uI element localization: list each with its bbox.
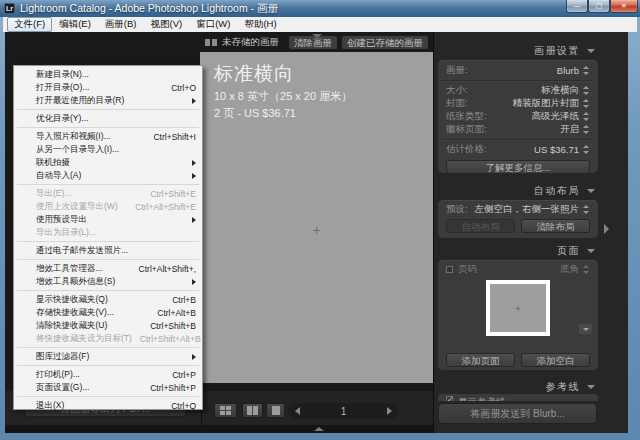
menu-item-shortcut: Ctrl+Alt+Shift+E	[127, 202, 196, 212]
auto-layout-header-label: 自动布局	[534, 184, 580, 198]
menu-item-shortcut: Ctrl+Q	[163, 401, 196, 411]
preset-value[interactable]: 左侧空白，右侧一张照片	[468, 203, 579, 216]
menu-item[interactable]: 打开目录(O)...Ctrl+O	[14, 81, 202, 94]
menu-item[interactable]: 存储快捷收藏夹(V)...Ctrl+Alt+B	[14, 306, 202, 319]
menu-item[interactable]: 将快捷收藏夹设为目标(T)Ctrl+Shift+Alt+B	[14, 332, 202, 345]
preset-label: 预设:	[446, 203, 468, 216]
add-photo-plus-icon[interactable]: +	[200, 222, 433, 238]
bottom-panel-reveal-icon[interactable]	[314, 427, 324, 431]
menu-item[interactable]: 显示快捷收藏夹(Q)Ctrl+B	[14, 293, 202, 306]
menu-item[interactable]: 导出(E)...Ctrl+Shift+E	[14, 187, 202, 200]
menu-item[interactable]: 使用预设导出	[14, 213, 202, 226]
menu-item[interactable]: 通过电子邮件发送照片...	[14, 244, 202, 257]
spread-view-button[interactable]	[242, 403, 263, 418]
menu-item[interactable]: 导出为目录(L)...	[14, 226, 202, 239]
clear-layout-button[interactable]: 清除布局	[521, 219, 590, 233]
updown-icon	[583, 86, 590, 95]
settings-value[interactable]: 高级光泽纸	[487, 110, 579, 123]
menu-item-label: 页面设置(G)...	[36, 381, 89, 394]
show-guides-label: 显示参考线	[458, 396, 506, 401]
menu-item[interactable]: 清除快捷收藏夹(U)Ctrl+Shift+B	[14, 319, 202, 332]
maximize-button[interactable]: ▢	[588, 0, 610, 13]
settings-row: 估计价格:US $36.71	[446, 143, 590, 156]
menu-item-label: 打开最近使用的目录(R)	[36, 94, 124, 107]
guides-header[interactable]: 参考线	[438, 380, 598, 393]
settings-row: 封面:精装版图片封面	[446, 97, 590, 110]
settings-value[interactable]: 精装版图片封面	[468, 97, 579, 110]
add-page-button[interactable]: 添加页面	[446, 353, 515, 367]
menu-item[interactable]: 打印机(P)...Ctrl+P	[14, 368, 202, 381]
menu-item[interactable]: 联机拍摄	[14, 156, 202, 169]
menu-item-shortcut: Ctrl+O	[163, 83, 196, 93]
two-page-spread-icon	[247, 406, 258, 415]
menu-item[interactable]: 页面设置(G)...Ctrl+Shift+P	[14, 381, 202, 394]
auto-layout-header[interactable]: 自动布局	[438, 184, 598, 197]
top-panel-reveal-icon[interactable]	[312, 34, 322, 38]
collapse-triangle-icon	[587, 385, 595, 389]
settings-value[interactable]: 开启	[487, 123, 579, 136]
menu-item-shortcut: Ctrl+Shift+B	[142, 321, 196, 331]
page-section-header[interactable]: 页面	[438, 244, 598, 257]
menubar-item[interactable]: 帮助(H)	[237, 17, 283, 32]
multi-page-view-button[interactable]	[214, 403, 237, 418]
menu-item[interactable]: 增效工具管理器...Ctrl+Alt+Shift+,	[14, 262, 202, 275]
submenu-arrow-icon	[188, 97, 196, 105]
menubar-item[interactable]: 编辑(E)	[52, 17, 98, 32]
menu-item-label: 退出(X)	[36, 399, 64, 412]
settings-label: 大小:	[446, 84, 468, 97]
menubar-item[interactable]: 画册(B)	[98, 17, 144, 32]
settings-label: 纸张类型:	[446, 110, 487, 123]
settings-value[interactable]: US $36.71	[487, 144, 579, 155]
learn-more-button[interactable]: 了解更多信息...	[446, 160, 590, 174]
menu-item[interactable]: 退出(X)Ctrl+Q	[14, 399, 202, 412]
page-number-position-value[interactable]: 底角	[477, 263, 579, 276]
menu-item[interactable]: 新建目录(N)...	[14, 68, 202, 81]
add-blank-button[interactable]: 添加空白	[521, 353, 590, 367]
submenu-arrow-icon	[188, 172, 196, 180]
settings-row: 画册:Blurb	[446, 64, 590, 77]
menu-item[interactable]: 图库过滤器(F)	[14, 350, 202, 363]
menu-item[interactable]: 使用上次设置导出(W)Ctrl+Alt+Shift+E	[14, 200, 202, 213]
send-book-to-blurb-button[interactable]: 将画册发送到 Blurb...	[438, 403, 597, 424]
menu-item-label: 联机拍摄	[36, 156, 70, 169]
settings-value[interactable]: Blurb	[468, 65, 579, 76]
create-saved-book-button[interactable]: 创建已存储的画册	[342, 36, 428, 49]
menu-item[interactable]: 自动导入(A)	[14, 169, 202, 182]
menubar-item[interactable]: 文件(F)	[7, 17, 52, 32]
book-settings-header[interactable]: 画册设置	[438, 44, 598, 57]
book-price: 2 页 - US $36.71	[214, 106, 352, 121]
submenu-arrow-icon	[188, 216, 196, 224]
page-thumbnail[interactable]: +	[486, 280, 550, 336]
menubar-item[interactable]: 窗口(W)	[189, 17, 237, 32]
collapse-triangle-icon	[587, 189, 595, 193]
menu-item-label: 导出(E)...	[36, 187, 71, 200]
menu-item[interactable]: 打开最近使用的目录(R)	[14, 94, 202, 107]
menu-item[interactable]: 导入照片和视频(I)...Ctrl+Shift+I	[14, 130, 202, 143]
show-guides-checkbox[interactable]	[446, 396, 453, 401]
page-thumbnail-area: +	[446, 276, 590, 350]
next-page-icon[interactable]	[387, 407, 392, 415]
menu-item-label: 导入照片和视频(I)...	[36, 130, 111, 143]
minimize-icon: —	[574, 2, 581, 9]
titlebar[interactable]: Lr Lightroom Catalog - Adobe Photoshop L…	[0, 0, 640, 17]
right-panel-reveal-icon[interactable]	[604, 224, 609, 234]
collapse-triangle-icon	[587, 249, 595, 253]
book-canvas[interactable]: 标准横向 10 x 8 英寸（25 x 20 厘米） 2 页 - US $36.…	[200, 52, 433, 383]
book-info-overlay: 标准横向 10 x 8 英寸（25 x 20 厘米） 2 页 - US $36.…	[214, 61, 352, 121]
settings-value[interactable]: 标准横向	[468, 84, 579, 97]
menu-item[interactable]: 优化目录(Y)...	[14, 112, 202, 125]
menu-item[interactable]: 增效工具额外信息(S)	[14, 275, 202, 288]
page-number-checkbox[interactable]	[446, 266, 453, 273]
menu-item[interactable]: 从另一个目录导入(I)...	[14, 143, 202, 156]
single-page-view-button[interactable]	[266, 403, 285, 418]
current-page-number: 1	[300, 406, 387, 417]
minimize-button[interactable]: —	[566, 0, 588, 13]
page-layout-dropdown-button[interactable]	[579, 324, 592, 334]
book-settings-header-label: 画册设置	[534, 44, 580, 58]
menu-item-label: 使用预设导出	[36, 213, 87, 226]
updown-icon	[583, 205, 590, 214]
close-button[interactable]: ✕	[610, 0, 638, 13]
page-section-box: 页码 底角 + 添加页面 添加空白	[438, 260, 598, 370]
menu-item-shortcut: Ctrl+P	[164, 370, 196, 380]
menubar-item[interactable]: 视图(V)	[143, 17, 189, 32]
